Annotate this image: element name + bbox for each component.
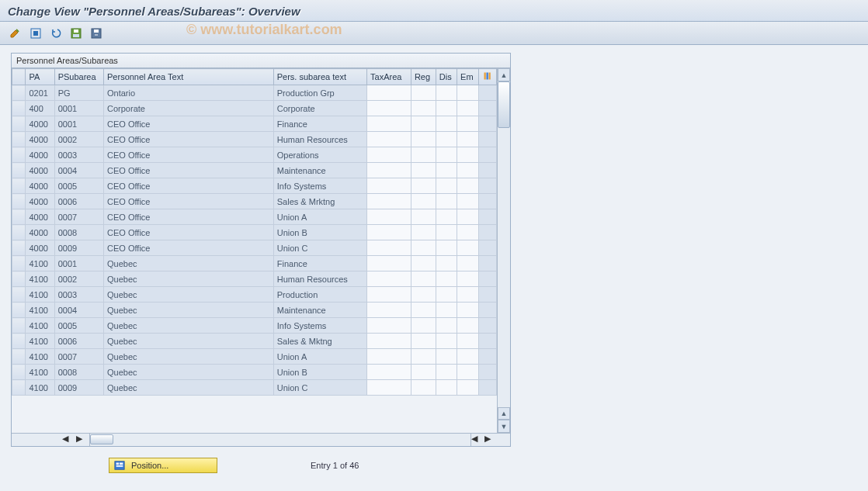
cell-dis[interactable]	[436, 334, 457, 349]
scroll-up-icon[interactable]: ▲	[498, 68, 510, 81]
cell-taxarea[interactable]	[367, 318, 411, 334]
cell-em[interactable]	[457, 365, 479, 380]
cell-reg[interactable]	[411, 318, 436, 334]
row-selector-header[interactable]	[12, 69, 26, 85]
table-row[interactable]: 40000008CEO OfficeUnion B	[12, 225, 497, 240]
delete-icon[interactable]	[89, 26, 104, 41]
cell-dis[interactable]	[436, 225, 457, 240]
cell-dis[interactable]	[436, 287, 457, 303]
cell-reg[interactable]	[411, 85, 436, 101]
scroll-right2-icon[interactable]: ▶	[484, 434, 498, 447]
row-selector[interactable]	[12, 334, 26, 349]
table-row[interactable]: 40000001CEO OfficeFinance	[12, 116, 497, 132]
row-selector[interactable]	[12, 209, 26, 225]
cell-em[interactable]	[457, 334, 479, 349]
cell-taxarea[interactable]	[367, 240, 411, 256]
cell-taxarea[interactable]	[367, 303, 411, 318]
cell-taxarea[interactable]	[367, 178, 411, 194]
cell-taxarea[interactable]	[367, 287, 411, 303]
row-selector[interactable]	[12, 194, 26, 209]
row-selector[interactable]	[12, 303, 26, 318]
cell-em[interactable]	[457, 178, 479, 194]
row-selector[interactable]	[12, 318, 26, 334]
vscroll-thumb[interactable]	[498, 81, 510, 128]
cell-em[interactable]	[457, 209, 479, 225]
save-icon[interactable]	[68, 26, 84, 41]
table-row[interactable]: 41000009QuebecUnion C	[12, 380, 497, 396]
row-selector[interactable]	[12, 116, 26, 132]
table-row[interactable]: 41000005QuebecInfo Systems	[12, 318, 497, 334]
cell-em[interactable]	[457, 85, 479, 101]
cell-reg[interactable]	[411, 287, 436, 303]
cell-taxarea[interactable]	[367, 101, 411, 116]
table-row[interactable]: 40000003CEO OfficeOperations	[12, 147, 497, 163]
cell-dis[interactable]	[436, 147, 457, 163]
cell-taxarea[interactable]	[367, 365, 411, 380]
row-selector[interactable]	[12, 132, 26, 147]
table-row[interactable]: 40000004CEO OfficeMaintenance	[12, 163, 497, 178]
cell-em[interactable]	[457, 132, 479, 147]
cell-dis[interactable]	[436, 271, 457, 287]
col-psubarea[interactable]: PSubarea	[54, 69, 103, 85]
cell-dis[interactable]	[436, 256, 457, 271]
table-row[interactable]: 41000006QuebecSales & Mktng	[12, 334, 497, 349]
cell-reg[interactable]	[411, 303, 436, 318]
cell-taxarea[interactable]	[367, 380, 411, 396]
cell-reg[interactable]	[411, 334, 436, 349]
cell-em[interactable]	[457, 163, 479, 178]
cell-dis[interactable]	[436, 209, 457, 225]
undo-icon[interactable]	[48, 26, 64, 41]
row-selector[interactable]	[12, 349, 26, 365]
table-row[interactable]: 41000002QuebecHuman Resources	[12, 271, 497, 287]
cell-em[interactable]	[457, 101, 479, 116]
table-row[interactable]: 40000007CEO OfficeUnion A	[12, 209, 497, 225]
row-selector[interactable]	[12, 271, 26, 287]
table-row[interactable]: 4000001CorporateCorporate	[12, 101, 497, 116]
row-selector[interactable]	[12, 287, 26, 303]
table-row[interactable]: 41000007QuebecUnion A	[12, 349, 497, 365]
cell-dis[interactable]	[436, 194, 457, 209]
cell-em[interactable]	[457, 240, 479, 256]
cell-dis[interactable]	[436, 240, 457, 256]
row-selector[interactable]	[12, 101, 26, 116]
cell-reg[interactable]	[411, 349, 436, 365]
col-pa-text[interactable]: Personnel Area Text	[104, 69, 274, 85]
cell-dis[interactable]	[436, 178, 457, 194]
table-row[interactable]: 41000003QuebecProduction	[12, 287, 497, 303]
cell-dis[interactable]	[436, 349, 457, 365]
cell-reg[interactable]	[411, 116, 436, 132]
cell-reg[interactable]	[411, 101, 436, 116]
cell-dis[interactable]	[436, 116, 457, 132]
cell-dis[interactable]	[436, 318, 457, 334]
cell-taxarea[interactable]	[367, 225, 411, 240]
cell-em[interactable]	[457, 318, 479, 334]
cell-reg[interactable]	[411, 256, 436, 271]
cell-dis[interactable]	[436, 365, 457, 380]
col-reg[interactable]: Reg	[411, 69, 436, 85]
cell-taxarea[interactable]	[367, 256, 411, 271]
row-selector[interactable]	[12, 178, 26, 194]
cell-taxarea[interactable]	[367, 116, 411, 132]
cell-dis[interactable]	[436, 380, 457, 396]
cell-dis[interactable]	[436, 85, 457, 101]
change-detail-icon[interactable]	[8, 26, 23, 41]
table-row[interactable]: 40000002CEO OfficeHuman Resources	[12, 132, 497, 147]
cell-reg[interactable]	[411, 209, 436, 225]
cell-em[interactable]	[457, 194, 479, 209]
table-row[interactable]: 40000006CEO OfficeSales & Mrktng	[12, 194, 497, 209]
cell-em[interactable]	[457, 147, 479, 163]
scroll-down-icon[interactable]: ▼	[498, 420, 510, 433]
hscroll-thumb[interactable]	[90, 434, 113, 444]
cell-em[interactable]	[457, 271, 479, 287]
cell-taxarea[interactable]	[367, 334, 411, 349]
col-ps-text[interactable]: Pers. subarea text	[273, 69, 366, 85]
table-row[interactable]: 40000009CEO OfficeUnion C	[12, 240, 497, 256]
row-selector[interactable]	[12, 85, 26, 101]
cell-reg[interactable]	[411, 225, 436, 240]
cell-em[interactable]	[457, 349, 479, 365]
horizontal-scrollbar[interactable]: ◀ ▶ ◀ ▶	[12, 433, 510, 446]
scroll-prev-page-icon[interactable]: ▲	[498, 407, 510, 420]
cell-reg[interactable]	[411, 147, 436, 163]
cell-reg[interactable]	[411, 178, 436, 194]
table-row[interactable]: 41000008QuebecUnion B	[12, 365, 497, 380]
